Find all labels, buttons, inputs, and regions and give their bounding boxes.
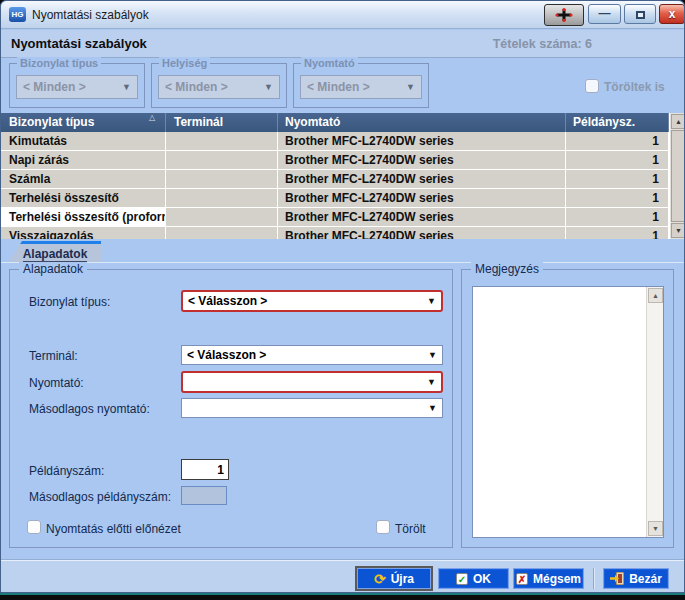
terminal-select[interactable]: < Válasszon > ▼ bbox=[181, 345, 443, 365]
cancel-button[interactable]: ✗ Mégsem bbox=[513, 568, 584, 589]
cell-document-type[interactable]: Kimutatás bbox=[1, 132, 166, 150]
chevron-down-icon: ▼ bbox=[428, 403, 437, 413]
column-header-copies[interactable]: Példánysz. bbox=[567, 113, 669, 132]
deleted-checkbox[interactable] bbox=[376, 520, 390, 534]
cell-copies[interactable]: 1 bbox=[567, 189, 669, 207]
selected-value: < Válasszon > bbox=[187, 348, 266, 362]
comment-textarea[interactable]: ▲ ▼ bbox=[472, 286, 664, 538]
filter-document-type-select[interactable]: < Minden > ▼ bbox=[16, 75, 138, 99]
cell-copies[interactable]: 1 bbox=[567, 132, 669, 150]
items-count-value: 6 bbox=[585, 37, 592, 51]
table-header: Bizonylat típus △ Terminál Nyomtató Péld… bbox=[1, 113, 669, 132]
close-form-button[interactable]: Bezár bbox=[603, 568, 669, 589]
cancel-x-icon: ✗ bbox=[516, 573, 528, 585]
cell-document-type[interactable]: Számla bbox=[1, 170, 166, 188]
scroll-up-button[interactable]: ▲ bbox=[648, 288, 663, 303]
cell-terminal[interactable] bbox=[167, 132, 278, 150]
document-type-select[interactable]: < Válasszon > ▼ bbox=[181, 290, 443, 312]
table-scrollbar[interactable]: ▲ ▼ bbox=[669, 113, 685, 239]
ok-label: OK bbox=[473, 572, 491, 586]
chevron-down-icon: ▼ bbox=[406, 76, 415, 98]
cell-printer[interactable]: Brother MFC-L2740DW series bbox=[279, 189, 566, 207]
move-window-button[interactable] bbox=[544, 4, 584, 26]
printer-label: Nyomtató: bbox=[29, 376, 84, 390]
app-icon: HG bbox=[9, 7, 26, 22]
cell-terminal[interactable] bbox=[167, 151, 278, 169]
filter-printer-select[interactable]: < Minden > ▼ bbox=[300, 75, 422, 99]
secondary-printer-select[interactable]: ▼ bbox=[181, 398, 443, 418]
cell-document-type[interactable]: Terhelési összesítő bbox=[1, 189, 166, 207]
tab-alapadatok[interactable]: Alapadatok bbox=[9, 241, 101, 262]
button-bar: ⟳ Újra ✓ OK ✗ Mégsem Bezár bbox=[1, 559, 684, 592]
table-row[interactable]: Napi zárás Brother MFC-L2740DW series 1 bbox=[1, 151, 669, 170]
document-type-label: Bizonylat típus: bbox=[29, 295, 110, 309]
close-button[interactable]: x bbox=[659, 4, 685, 24]
table-row[interactable]: Visszaigazolás Brother MFC-L2740DW serie… bbox=[1, 227, 669, 239]
retry-label: Újra bbox=[391, 572, 414, 586]
cell-copies[interactable]: 1 bbox=[567, 170, 669, 188]
filter-group-label: Helyiség bbox=[159, 57, 210, 69]
maximize-button[interactable] bbox=[624, 4, 656, 24]
copies-input[interactable] bbox=[181, 459, 229, 480]
items-count-label: Tételek száma: bbox=[493, 37, 582, 51]
table-row[interactable]: Számla Brother MFC-L2740DW series 1 bbox=[1, 170, 669, 189]
scroll-up-button[interactable]: ▲ bbox=[671, 114, 685, 129]
groupbox-label: Megjegyzés bbox=[471, 262, 543, 276]
move-icon bbox=[554, 8, 574, 22]
cell-copies[interactable]: 1 bbox=[567, 208, 669, 226]
printer-select[interactable]: ▼ bbox=[181, 371, 443, 393]
tab-strip: Alapadatok bbox=[1, 239, 684, 262]
cell-terminal[interactable] bbox=[167, 189, 278, 207]
cell-printer[interactable]: Brother MFC-L2740DW series bbox=[279, 227, 566, 239]
minimize-button[interactable]: — bbox=[588, 4, 621, 24]
cancel-label: Mégsem bbox=[533, 572, 581, 586]
show-deleted-checkbox[interactable] bbox=[585, 79, 599, 93]
column-header-printer[interactable]: Nyomtató bbox=[279, 113, 566, 132]
cell-printer[interactable]: Brother MFC-L2740DW series bbox=[279, 170, 566, 188]
cell-terminal[interactable] bbox=[167, 208, 278, 226]
scrollbar-thumb[interactable] bbox=[671, 130, 685, 222]
screen: HG Nyomtatási szabályok — x bbox=[0, 0, 685, 600]
print-preview-label: Nyomtatás előtti előnézet bbox=[46, 522, 181, 536]
filter-selected-value: < Minden > bbox=[165, 80, 228, 94]
scroll-down-button[interactable]: ▼ bbox=[671, 223, 685, 238]
cell-terminal[interactable] bbox=[167, 170, 278, 188]
cell-printer[interactable]: Brother MFC-L2740DW series bbox=[279, 132, 566, 150]
filter-group-printer: Nyomtató < Minden > ▼ bbox=[293, 63, 429, 108]
cell-copies[interactable]: 1 bbox=[567, 151, 669, 169]
items-count: Tételek száma: 6 bbox=[493, 37, 592, 51]
ok-check-icon: ✓ bbox=[456, 573, 468, 585]
scroll-down-button[interactable]: ▼ bbox=[648, 521, 663, 536]
filter-panel: Bizonylat típus < Minden > ▼ Helyiség < … bbox=[1, 58, 684, 113]
table-row-selected[interactable]: Terhelési összesítő (proform Brother MFC… bbox=[1, 208, 669, 227]
cell-printer[interactable]: Brother MFC-L2740DW series bbox=[279, 208, 566, 226]
title-bar[interactable]: HG Nyomtatási szabályok — x bbox=[1, 1, 684, 29]
column-header-document-type[interactable]: Bizonylat típus bbox=[1, 113, 166, 132]
cell-document-type[interactable]: Napi zárás bbox=[1, 151, 166, 169]
filter-selected-value: < Minden > bbox=[307, 80, 370, 94]
detail-panel: Alapadatok Bizonylat típus: < Válasszon … bbox=[1, 262, 684, 559]
cell-terminal[interactable] bbox=[167, 227, 278, 239]
filter-group-location: Helyiség < Minden > ▼ bbox=[151, 63, 287, 108]
filter-group-label: Nyomtató bbox=[301, 57, 358, 69]
cell-document-type[interactable]: Terhelési összesítő (proform bbox=[1, 208, 166, 226]
terminal-label: Terminál: bbox=[29, 349, 78, 363]
close-label: Bezár bbox=[629, 572, 662, 586]
minimize-icon: — bbox=[599, 6, 611, 20]
chevron-down-icon: ▼ bbox=[427, 296, 436, 306]
retry-button[interactable]: ⟳ Újra bbox=[355, 566, 433, 591]
ok-button[interactable]: ✓ OK bbox=[438, 568, 509, 589]
filter-location-select[interactable]: < Minden > ▼ bbox=[158, 75, 280, 99]
exit-door-icon bbox=[610, 572, 624, 585]
comment-scrollbar[interactable]: ▲ ▼ bbox=[646, 287, 663, 537]
secondary-copies-input bbox=[181, 486, 227, 505]
window-title: Nyomtatási szabályok bbox=[32, 8, 149, 22]
table-row[interactable]: Kimutatás Brother MFC-L2740DW series 1 bbox=[1, 132, 669, 151]
table-row[interactable]: Terhelési összesítő Brother MFC-L2740DW … bbox=[1, 189, 669, 208]
column-header-terminal[interactable]: Terminál bbox=[167, 113, 278, 132]
cell-copies[interactable]: 1 bbox=[567, 227, 669, 239]
print-preview-checkbox[interactable] bbox=[27, 520, 41, 534]
cell-printer[interactable]: Brother MFC-L2740DW series bbox=[279, 151, 566, 169]
filter-selected-value: < Minden > bbox=[23, 80, 86, 94]
cell-document-type[interactable]: Visszaigazolás bbox=[1, 227, 166, 239]
